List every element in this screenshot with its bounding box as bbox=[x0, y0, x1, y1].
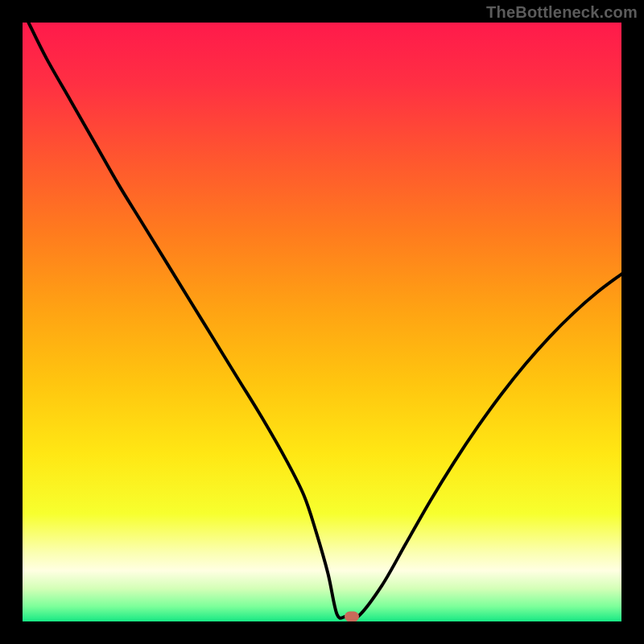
chart-frame: TheBottleneck.com bbox=[0, 0, 644, 644]
attribution-text: TheBottleneck.com bbox=[486, 3, 638, 22]
bottleneck-marker-icon bbox=[345, 612, 359, 621]
plot-area bbox=[23, 23, 621, 621]
bottleneck-curve bbox=[23, 23, 621, 621]
